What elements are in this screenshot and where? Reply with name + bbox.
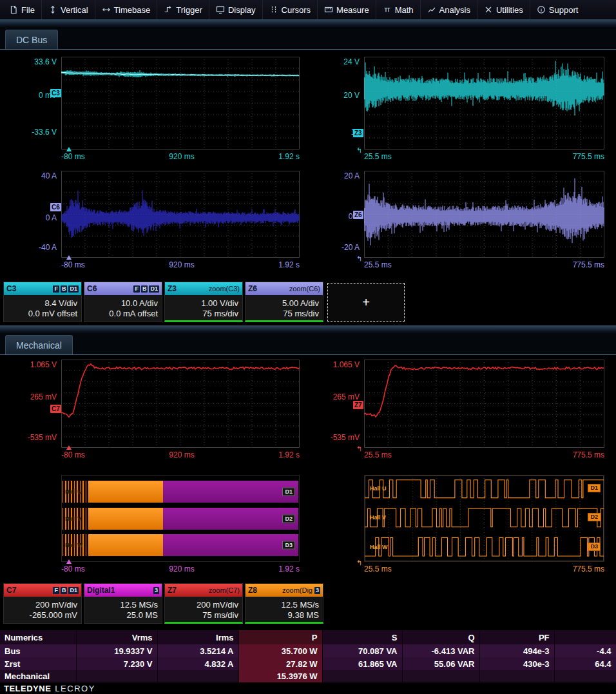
- menu-item-file[interactable]: File: [3, 0, 41, 19]
- cell-value: 35.700 W: [238, 644, 322, 657]
- digital1-panel[interactable]: Hall U D1 Hall V D2 Hall W D3: [61, 475, 300, 562]
- c6-channel-marker[interactable]: C6: [50, 203, 61, 211]
- menu-item-support[interactable]: Support: [530, 0, 585, 19]
- record-length-text: 9.38 MS: [288, 610, 319, 620]
- x-tick-label: 775.5 ms: [573, 152, 604, 161]
- tab-mechanical[interactable]: Mechanical: [5, 335, 73, 354]
- descriptor-subtitle: zoom(C7): [209, 586, 240, 594]
- timebase-text: 75 ms/div: [202, 309, 238, 318]
- descriptor-subtitle: zoom(C6): [289, 285, 320, 293]
- z6-channel-marker[interactable]: Z6: [353, 211, 363, 219]
- digital-high-region: [88, 534, 162, 556]
- plot-c3[interactable]: C3: [61, 57, 300, 149]
- numerics-header-row: Numerics Vrms Irms P S Q PF: [0, 630, 616, 644]
- digital-line-label: Hall V: [370, 514, 386, 521]
- menu-item-display[interactable]: Display: [209, 0, 262, 19]
- x-tick-label: -80 ms: [61, 450, 85, 459]
- descriptor-c7[interactable]: C7 F B D1 200 mV/div -265.000 mV: [3, 583, 82, 624]
- descriptor-z6[interactable]: Z6 zoom(C6) 5.00 A/div 75 ms/div: [245, 282, 323, 322]
- menu-item-analysis[interactable]: Analysis: [420, 0, 477, 19]
- x-tick-label: 920 ms: [169, 450, 194, 459]
- cell-value: 430e-3: [479, 657, 554, 670]
- zoom-position-arrow: ↰: [356, 255, 362, 262]
- row-label: Σrst: [0, 657, 76, 670]
- cell-value: 55.06 VAR: [402, 657, 479, 670]
- y-tick-label: 40 A: [41, 171, 57, 180]
- trigger-marker[interactable]: [66, 255, 72, 260]
- sample-rate-text: 12.5 MS/s: [120, 600, 158, 610]
- plot-c7[interactable]: C7: [61, 360, 300, 448]
- digital-line-badge: D3: [588, 543, 601, 551]
- col-header-pf: PF: [479, 630, 554, 644]
- cell-value: [76, 670, 157, 682]
- digital-line-badge: D3: [282, 541, 295, 550]
- y-tick-label: -33.6 V: [32, 128, 57, 137]
- x-tick-label: 775.5 ms: [573, 450, 604, 459]
- c3-x-axis-labels: -80 ms 920 ms 1.92 s: [61, 152, 300, 161]
- descriptor-c6[interactable]: C6 F B D1 10.0 A/div 0.0 mA offset: [84, 282, 162, 322]
- plot-z6[interactable]: Z6: [364, 171, 604, 258]
- c3-y-axis-labels: 33.6 V 0 mV -33.6 V: [15, 57, 57, 149]
- line-count-badge: 3: [153, 587, 159, 594]
- descriptor-c3[interactable]: C3 F B D1 8.4 V/div 0.0 mV offset: [3, 282, 82, 322]
- y-tick-label: 265 mV: [333, 392, 360, 401]
- tab-dc-bus[interactable]: DC Bus: [5, 30, 58, 49]
- c7-x-axis-labels: -80 ms 920 ms 1.92 s: [61, 450, 300, 459]
- menu-item-timebase[interactable]: Timebase: [95, 0, 157, 19]
- menu-item-measure[interactable]: Measure: [317, 0, 376, 19]
- c7-waveform: [61, 360, 300, 448]
- x-tick-label: 1.92 s: [278, 152, 300, 161]
- scale-text: 1.00 V/div: [201, 298, 238, 308]
- trigger-marker[interactable]: [66, 559, 72, 564]
- flag-badge: D1: [149, 285, 159, 293]
- teledyne-logo-text: TELEDYNE: [4, 684, 51, 693]
- flag-badge: B: [61, 587, 68, 594]
- descriptor-digital1[interactable]: Digital1 3 12.5 MS/s 25.0 MS: [84, 583, 162, 624]
- digital-low-region: [163, 508, 298, 530]
- menu-item-trigger[interactable]: Trigger: [157, 0, 209, 19]
- add-trace-button[interactable]: +: [327, 283, 405, 322]
- x-tick-label: 775.5 ms: [573, 260, 604, 269]
- z6-x-axis-labels: 25.5 ms 775.5 ms: [364, 260, 604, 269]
- z3-channel-marker[interactable]: Z3: [353, 129, 363, 137]
- z7-waveform: [364, 360, 604, 448]
- flag-badge: F: [133, 285, 140, 293]
- digital-line-label: Hall V: [65, 516, 81, 522]
- row-label: Bus: [0, 644, 76, 657]
- y-tick-label: 1.065 V: [30, 360, 57, 369]
- menu-item-math[interactable]: Math: [376, 0, 420, 19]
- c3-channel-marker[interactable]: C3: [50, 89, 61, 97]
- numerics-row-sigma-rst[interactable]: Σrst 7.230 V 4.832 A 27.82 W 61.865 VA 5…: [0, 657, 616, 670]
- z8-digital-panel[interactable]: Hall U D1 Hall V D2 Hall W D3: [364, 475, 604, 562]
- plot-z7[interactable]: Z7: [364, 360, 604, 448]
- math-icon: [383, 5, 392, 14]
- x-tick-label: 775.5 ms: [573, 564, 604, 574]
- menu-item-cursors[interactable]: Cursors: [262, 0, 318, 19]
- z7-channel-marker[interactable]: Z7: [353, 401, 363, 409]
- menu-divider: [0, 19, 616, 28]
- descriptor-z8[interactable]: Z8 zoom(Dig 3 12.5 MS/s 9.38 MS: [245, 583, 323, 624]
- lecroy-logo-text: LECROY: [55, 684, 95, 693]
- numerics-row-mechanical[interactable]: Mechanical 15.3976 W: [0, 670, 616, 682]
- trigger-marker[interactable]: [66, 147, 72, 151]
- mechanical-tab-bar: Mechanical: [0, 334, 616, 355]
- plot-z3[interactable]: Z3: [364, 57, 604, 149]
- numerics-row-bus[interactable]: Bus 19.9337 V 3.5214 A 35.700 W 70.087 V…: [0, 644, 616, 657]
- descriptor-z3[interactable]: Z3 zoom(C3) 1.00 V/div 75 ms/div: [164, 282, 243, 322]
- c3-waveform: [61, 57, 300, 149]
- plot-c6[interactable]: C6: [61, 171, 300, 258]
- y-tick-label: -535 mV: [28, 433, 57, 442]
- timebase-text: 75 ms/div: [202, 610, 238, 620]
- cell-value: -6.413 VAR: [402, 644, 479, 657]
- col-header-q: Q: [402, 630, 479, 644]
- menu-item-vertical[interactable]: Vertical: [41, 0, 95, 19]
- y-tick-label: 20 V: [343, 91, 360, 100]
- trigger-marker[interactable]: [66, 445, 72, 450]
- flag-badge: D1: [68, 587, 79, 594]
- descriptor-z7[interactable]: Z7 zoom(C7) 200 mV/div 75 ms/div: [164, 583, 243, 624]
- row-label: Mechanical: [0, 670, 76, 682]
- menu-item-utilities[interactable]: Utilities: [477, 0, 530, 19]
- c7-channel-marker[interactable]: C7: [50, 405, 61, 413]
- z8-digital-waveforms: [365, 476, 604, 561]
- col-header-s: S: [322, 630, 402, 644]
